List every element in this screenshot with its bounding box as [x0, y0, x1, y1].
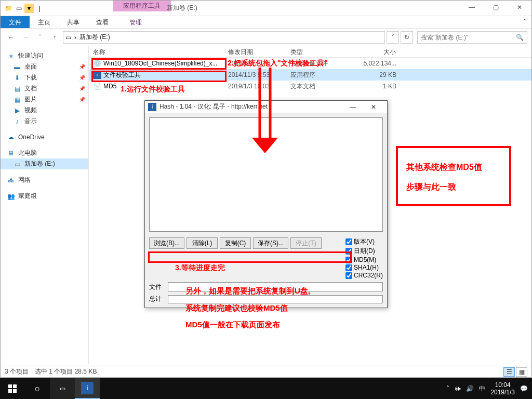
clear-button[interactable]: 清除(L) — [187, 237, 218, 249]
sidebar-quick-access[interactable]: ★快速访问 — [1, 50, 88, 61]
col-name[interactable]: 名称 — [89, 46, 224, 57]
browse-button[interactable]: 浏览(B)... — [149, 237, 184, 249]
view-details-button[interactable]: ☰ — [503, 367, 515, 377]
sidebar-homegroup[interactable]: 👥家庭组 — [1, 191, 88, 202]
onedrive-icon: ☁ — [7, 133, 15, 141]
sidebar-pictures[interactable]: ▦图片📌 — [1, 94, 88, 105]
qat-props-icon[interactable]: ▭ — [14, 4, 23, 13]
window-title: 新加卷 (E:) — [167, 4, 197, 12]
minimize-button[interactable]: — — [460, 1, 484, 14]
sidebar: ★快速访问 ▬桌面📌 ⬇下载📌 ▤文档📌 ▦图片📌 ▶视频 ♪音乐 ☁OneDr… — [1, 46, 89, 364]
svg-rect-3 — [8, 384, 12, 388]
file-row[interactable]: 💿Win10_1809Oct_Chinese(Simplified)_x... … — [89, 58, 531, 69]
pc-icon: 🖥 — [7, 149, 15, 157]
col-size[interactable]: 大小 — [349, 46, 401, 57]
sidebar-network[interactable]: 🖧网络 — [1, 175, 88, 185]
hash-titlebar[interactable]: i Hash - 1.04 - 汉化: 昆子 - http://kerr.net… — [145, 101, 387, 113]
sidebar-thispc[interactable]: 🖥此电脑 — [1, 148, 88, 158]
cortana-button[interactable]: ○ — [25, 378, 50, 399]
breadcrumb[interactable]: ▭ › 新加卷 (E:) — [63, 31, 385, 44]
network-icon: 🖧 — [7, 176, 15, 184]
svg-rect-4 — [13, 384, 17, 388]
tray-ime[interactable]: 中 — [479, 384, 485, 393]
close-button[interactable]: ✕ — [508, 1, 531, 14]
drive-icon: ▭ — [65, 34, 71, 41]
hash-dialog: i Hash - 1.04 - 汉化: 昆子 - http://kerr.net… — [144, 100, 388, 308]
nav-forward-button[interactable]: → — [19, 31, 32, 44]
file-row[interactable]: 📄MD5 2019/1/3 10:03 文本文档 1 KB — [89, 81, 531, 92]
pin-icon: 📌 — [79, 97, 85, 102]
hash-minimize-button[interactable]: — — [342, 101, 363, 113]
nav-recent-icon[interactable]: ˅ — [34, 31, 46, 44]
txt-icon: 📄 — [93, 82, 101, 90]
file-field-label: 文件 — [149, 283, 165, 291]
sidebar-music[interactable]: ♪音乐 — [1, 116, 88, 127]
pin-icon: 📌 — [79, 86, 85, 91]
breadcrumb-sep-icon: › — [74, 34, 76, 41]
check-date[interactable]: 日期(D) — [345, 247, 383, 256]
check-sha1[interactable]: SHA1(H) — [345, 264, 383, 271]
task-hash[interactable]: i — [75, 378, 100, 399]
homegroup-icon: 👥 — [7, 192, 15, 201]
file-field-input[interactable] — [168, 282, 383, 291]
stop-button: 停止(T) — [290, 237, 322, 249]
check-crc32[interactable]: CRC32(R) — [345, 272, 383, 279]
folder-icon: 📁 — [4, 4, 13, 13]
sidebar-desktop[interactable]: ▬桌面📌 — [1, 61, 88, 72]
check-md5[interactable]: MD5(M) — [345, 256, 383, 263]
qat-dropdown-icon[interactable]: ▾ — [24, 4, 34, 13]
star-icon: ★ — [7, 52, 15, 60]
breadcrumb-segment[interactable]: 新加卷 (E:) — [79, 33, 110, 42]
search-icon: 🔍 — [516, 34, 524, 41]
col-type[interactable]: 类型 — [286, 46, 349, 57]
maximize-button[interactable]: ▢ — [484, 1, 508, 14]
titlebar: 📁 ▭ ▾ | 应用程序工具 新加卷 (E:) — ▢ ✕ — [1, 1, 531, 16]
hash-close-button[interactable]: ✕ — [363, 101, 384, 113]
tray-up-icon[interactable]: ˄ — [446, 385, 449, 392]
breadcrumb-dropdown-icon[interactable]: ˅ — [387, 31, 399, 44]
ribbon-manage[interactable]: 管理 — [121, 16, 150, 29]
hash-result-area[interactable] — [149, 117, 383, 232]
hash-title: Hash - 1.04 - 汉化: 昆子 - http://kerr.net — [159, 102, 342, 111]
sidebar-videos[interactable]: ▶视频 — [1, 105, 88, 116]
column-headers[interactable]: 名称 修改日期 类型 大小 — [89, 46, 531, 58]
col-date[interactable]: 修改日期 — [224, 46, 286, 57]
downloads-icon: ⬇ — [13, 74, 21, 82]
ribbon-collapse-icon[interactable]: ˄ — [518, 16, 531, 28]
sidebar-downloads[interactable]: ⬇下载📌 — [1, 72, 88, 83]
context-tab-label: 应用程序工具 — [113, 1, 171, 11]
ribbon-tabs: 文件 主页 共享 查看 管理 ˄ — [1, 16, 531, 29]
tray-notifications-icon[interactable]: 💬 — [520, 385, 528, 392]
pictures-icon: ▦ — [13, 96, 21, 104]
refresh-button[interactable]: ↻ — [401, 31, 413, 44]
tray-network-icon[interactable]: 🕪 — [455, 385, 461, 392]
total-field-label: 总计 — [149, 295, 165, 303]
file-row[interactable]: i文件校验工具 2014/11/3 9:53 应用程序 29 KB — [89, 69, 531, 81]
check-version[interactable]: 版本(V) — [345, 237, 383, 246]
ribbon-file[interactable]: 文件 — [1, 16, 30, 28]
iso-icon: 💿 — [93, 59, 101, 68]
sidebar-documents[interactable]: ▤文档📌 — [1, 83, 88, 94]
tray-clock[interactable]: 10:04 2019/1/3 — [490, 381, 515, 396]
sidebar-newvol[interactable]: ▭新加卷 (E:) — [1, 158, 88, 169]
qat-sep: | — [35, 4, 44, 13]
taskbar: ○ ▭ i ˄ 🕪 🔊 中 10:04 2019/1/3 💬 — [0, 378, 532, 399]
ribbon-home[interactable]: 主页 — [30, 16, 59, 28]
sidebar-onedrive[interactable]: ☁OneDrive — [1, 132, 88, 142]
view-large-button[interactable]: ▦ — [516, 367, 527, 377]
nav-back-button[interactable]: ← — [5, 31, 17, 44]
search-input[interactable] — [421, 34, 516, 41]
total-progress — [168, 295, 383, 303]
statusbar: 3 个项目 选中 1 个项目 28.5 KB ☰ ▦ — [1, 366, 531, 377]
ribbon-view[interactable]: 查看 — [88, 16, 117, 28]
search-box[interactable]: 🔍 — [417, 31, 527, 44]
task-explorer[interactable]: ▭ — [50, 378, 75, 399]
tray-volume-icon[interactable]: 🔊 — [466, 385, 474, 392]
start-button[interactable] — [0, 378, 25, 399]
drive-icon: ▭ — [13, 160, 21, 168]
nav-row: ← → ˅ ↑ ▭ › 新加卷 (E:) ˅ ↻ 🔍 — [1, 29, 531, 46]
ribbon-share[interactable]: 共享 — [59, 16, 88, 28]
nav-up-button[interactable]: ↑ — [48, 31, 61, 44]
save-button[interactable]: 保存(S)... — [253, 237, 288, 249]
copy-button[interactable]: 复制(C) — [220, 237, 251, 249]
